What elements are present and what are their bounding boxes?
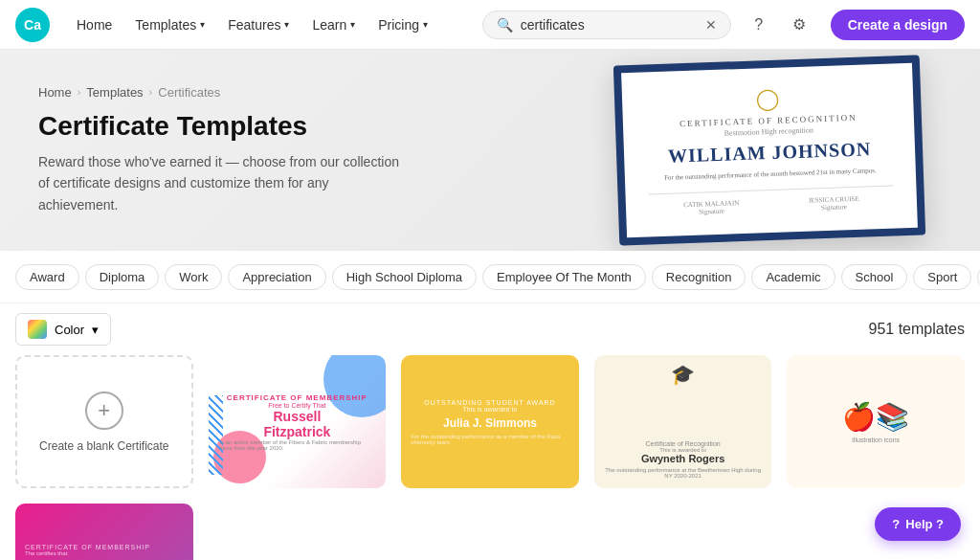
cert-recipient-name: William Johnson: [647, 138, 893, 168]
card1-subtitle: Free to Certify That: [268, 402, 325, 409]
card2-inner: Outstanding Student Award This is awarde…: [401, 355, 579, 488]
help-icon: ?: [892, 517, 900, 531]
filter-chip-high-school-diploma[interactable]: High School Diploma: [332, 264, 477, 290]
cert-signatures: CATIK MALAJAINSignature JESSICA CRUISESi…: [649, 193, 894, 217]
filter-chip-diploma[interactable]: Diploma: [85, 264, 160, 290]
navbar: Ca Home Templates ▾ Features ▾ Learn ▾ P…: [0, 0, 980, 50]
nav-home[interactable]: Home: [67, 11, 122, 38]
cert-divider: [649, 185, 894, 194]
breadcrumb-home[interactable]: Home: [38, 85, 72, 100]
hero-description: Reward those who've earned it — choose f…: [38, 151, 402, 215]
color-filter-button[interactable]: Color ▾: [15, 313, 111, 346]
help-label: Help ?: [905, 517, 944, 531]
template-card-3[interactable]: 🎓 Certificate of Recognition This is awa…: [594, 355, 772, 488]
cert-description-text: For the outstanding performance of the m…: [648, 166, 893, 184]
filter-chip-employee-of-the-month[interactable]: Employee Of The Month: [482, 264, 646, 290]
filter-chip-award[interactable]: Award: [15, 264, 79, 290]
filter-chip-work[interactable]: Work: [165, 264, 222, 290]
card3-name: Gwyneth Rogers: [604, 453, 763, 464]
settings-icon-button[interactable]: ⚙: [783, 9, 815, 41]
filter-chip-appreciation[interactable]: Appreciation: [228, 264, 325, 290]
template-grid: + Create a blank Certificate Certificate…: [0, 355, 980, 560]
color-label: Color: [55, 323, 84, 337]
breadcrumb-current: Certificates: [158, 85, 220, 100]
card1-inner: Certificate of Membership Free to Certif…: [209, 355, 387, 488]
nav-pricing[interactable]: Pricing ▾: [368, 11, 437, 38]
pricing-chevron-icon: ▾: [423, 19, 428, 30]
cert-emblem: ◯: [645, 83, 891, 117]
filter-chips-row: AwardDiplomaWorkAppreciationHigh School …: [0, 251, 980, 303]
card5-subtitle: The certifies that: [25, 550, 67, 556]
template-card-2[interactable]: Outstanding Student Award This is awarde…: [401, 355, 579, 488]
card3-type: Certificate of Recognition: [604, 440, 763, 447]
help-icon-button[interactable]: ?: [743, 9, 775, 41]
breadcrumb: Home › Templates › Certificates: [38, 85, 402, 100]
help-button[interactable]: ? Help ?: [875, 507, 961, 541]
card3-icon: 🎓: [671, 363, 695, 386]
templates-count: 951 templates: [868, 321, 965, 338]
card5-inner: Certificate of Membership The certifies …: [15, 504, 193, 560]
card3-inner: 🎓 Certificate of Recognition This is awa…: [594, 355, 772, 488]
search-bar: 🔍 ✕: [482, 11, 731, 39]
page-title: Certificate Templates: [38, 111, 402, 142]
hero-certificate-image: ◯ Certificate of Recognition Bestmotion …: [559, 69, 923, 232]
template-card-4[interactable]: 🍎📚 illustration icons: [787, 355, 965, 488]
nav-features[interactable]: Features ▾: [218, 11, 299, 38]
filter-chip-sport[interactable]: Sport: [913, 264, 971, 290]
cert-sig-2: JESSICA CRUISESignature: [808, 195, 859, 213]
cert-sig-1: CATIK MALAJAINSignature: [683, 199, 740, 216]
hero-content: Home › Templates › Certificates Certific…: [38, 85, 402, 215]
card4-illustration: 🍎📚: [842, 401, 909, 433]
learn-chevron-icon: ▾: [350, 19, 355, 30]
color-swatch-icon: [28, 320, 47, 339]
features-chevron-icon: ▾: [284, 19, 289, 30]
templates-chevron-icon: ▾: [200, 19, 205, 30]
card1-type: Certificate of Membership: [227, 393, 368, 402]
breadcrumb-sep-1: ›: [78, 86, 81, 98]
search-input[interactable]: [521, 17, 698, 33]
create-design-button[interactable]: Create a design: [831, 10, 965, 40]
breadcrumb-templates[interactable]: Templates: [86, 85, 143, 100]
filter-chip-school[interactable]: School: [841, 264, 908, 290]
add-icon: +: [85, 392, 123, 430]
card3-desc: The outstanding performance at the Beeth…: [604, 467, 763, 479]
breadcrumb-sep-2: ›: [149, 86, 153, 98]
nav-learn[interactable]: Learn ▾: [302, 11, 365, 38]
nav-links: Home Templates ▾ Features ▾ Learn ▾ Pric…: [67, 11, 437, 38]
filter-chip-recognition[interactable]: Recognition: [652, 264, 746, 290]
card1-name: RussellFitzpatrick: [263, 409, 330, 439]
card2-desc: For the outstanding performance as a mem…: [411, 434, 569, 445]
blank-card-label: Create a blank Certificate: [39, 439, 168, 453]
card5-type: Certificate of Membership: [25, 544, 150, 550]
nav-templates[interactable]: Templates ▾: [125, 11, 214, 38]
template-card-5[interactable]: Certificate of Membership The certifies …: [15, 504, 193, 560]
search-clear-icon[interactable]: ✕: [705, 17, 717, 33]
filter-chip-academic[interactable]: Academic: [751, 264, 835, 290]
hero-section: Home › Templates › Certificates Certific…: [0, 50, 980, 251]
color-chevron-icon: ▾: [92, 323, 99, 337]
toolbar: Color ▾ 951 templates: [0, 303, 980, 355]
card2-type: Outstanding Student Award: [424, 399, 555, 406]
card4-desc: illustration icons: [852, 437, 900, 443]
template-card-1[interactable]: Certificate of Membership Free to Certif…: [209, 355, 387, 488]
card2-subtitle: This is awarded to: [463, 406, 518, 413]
card4-inner: 🍎📚 illustration icons: [787, 355, 965, 488]
blank-certificate-card[interactable]: + Create a blank Certificate: [15, 355, 193, 488]
card1-desc: is an active member of the Fibers & Fabr…: [220, 439, 375, 451]
search-icon: 🔍: [497, 17, 513, 33]
certificate-mockup: ◯ Certificate of Recognition Bestmotion …: [613, 56, 925, 246]
card2-name: Julia J. Simmons: [443, 416, 537, 430]
canva-logo[interactable]: Ca: [15, 8, 50, 42]
nav-icons: ? ⚙ Create a design: [743, 9, 965, 41]
